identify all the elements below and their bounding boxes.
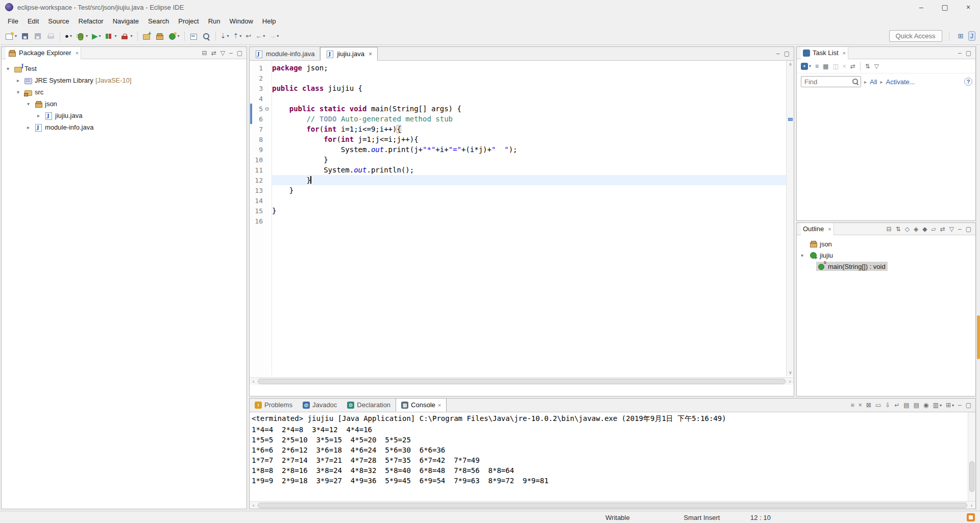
minimize-button[interactable]: – <box>957 49 963 57</box>
code-line[interactable]: package json; <box>272 63 786 73</box>
scroll-down-icon[interactable]: ∨ <box>787 369 794 376</box>
outline-item-main-string-void[interactable]: main(String[]) : void <box>797 261 975 272</box>
quick-access-button[interactable]: Quick Access <box>889 30 942 42</box>
editor-code-area[interactable]: package json;public class jiujiu { publi… <box>272 61 786 376</box>
tree-item-src[interactable]: ▾src <box>2 86 247 98</box>
console-vertical-scrollbar[interactable] <box>968 412 975 501</box>
java-perspective-button[interactable]: J <box>968 31 976 41</box>
tab-problems[interactable]: !Problems <box>250 398 298 412</box>
link-with-editor-button[interactable]: ⇄ <box>849 63 857 70</box>
expander-icon[interactable]: ▸ <box>17 78 24 83</box>
editor-tab-jiujiu-java[interactable]: jiujiu.java× <box>320 47 378 61</box>
remove-launch-button[interactable]: × <box>857 402 864 409</box>
scroll-left-icon[interactable]: ‹ <box>250 378 257 385</box>
expander-icon[interactable]: ▾ <box>27 101 34 107</box>
tab-declaration[interactable]: DDeclaration <box>342 398 396 412</box>
scrollbar-thumb[interactable] <box>969 461 974 492</box>
maximize-button[interactable]: ▢ <box>964 226 973 233</box>
scroll-right-icon[interactable]: › <box>786 378 794 385</box>
last-edit-location-button[interactable]: ↩ <box>244 32 253 40</box>
delete-button[interactable]: × <box>841 63 848 70</box>
maximize-button[interactable]: ▢ <box>782 50 791 57</box>
display-selected-console-button[interactable]: ▥▾ <box>932 402 943 409</box>
code-line[interactable] <box>272 73 786 83</box>
filter-completed-button[interactable]: ◫ <box>831 63 840 70</box>
back-button[interactable]: ←▾ <box>254 32 266 40</box>
show-stdout-button[interactable]: ▤ <box>902 402 911 409</box>
word-wrap-button[interactable]: ↵ <box>893 402 901 409</box>
scroll-lock-button[interactable]: ⇩ <box>884 402 892 409</box>
record-button[interactable]: ●▾ <box>63 32 74 40</box>
debug-button[interactable]: ▾ <box>75 31 89 41</box>
hide-static-members-button[interactable]: ◈ <box>912 226 920 233</box>
expander-icon[interactable]: ▾ <box>801 253 808 258</box>
window-edge-scrollbar[interactable] <box>976 45 980 511</box>
notification-icon[interactable] <box>967 513 975 521</box>
close-tab-icon[interactable]: × <box>369 51 372 58</box>
minimize-button[interactable]: – <box>228 49 234 57</box>
expander-icon[interactable]: ▾ <box>7 66 14 71</box>
menu-project[interactable]: Project <box>174 15 203 27</box>
menu-refactor[interactable]: Refactor <box>74 15 108 27</box>
minimize-button[interactable]: – <box>957 226 963 233</box>
view-menu-button[interactable]: ▽ <box>219 49 227 57</box>
maximize-button[interactable]: ▢ <box>964 402 973 409</box>
clear-console-button[interactable]: ▭ <box>874 402 883 409</box>
menu-search[interactable]: Search <box>143 15 174 27</box>
tree-item-jiujiu-java[interactable]: ▸jiujiu.java <box>2 110 247 121</box>
forward-button[interactable]: →▾ <box>267 32 280 40</box>
code-line[interactable]: for(int i=1;i<=9;i++){ <box>272 124 786 134</box>
code-line[interactable]: } <box>272 185 786 195</box>
outline-tab[interactable]: Outline × <box>801 223 834 235</box>
run-button[interactable]: ▶▾ <box>90 31 103 41</box>
code-line[interactable]: System.out.println(); <box>272 165 786 175</box>
minimize-button[interactable]: – <box>775 50 781 57</box>
code-line[interactable]: } <box>272 175 786 185</box>
code-line[interactable]: public static void main(String[] args) { <box>272 104 786 114</box>
minimize-window-button[interactable]: – <box>910 0 933 14</box>
external-tools-button[interactable]: ▾ <box>119 31 134 41</box>
tab-console[interactable]: ▥Console× <box>396 398 447 412</box>
coverage-button[interactable]: ▾ <box>103 31 118 41</box>
scrollbar-thumb[interactable] <box>977 315 980 359</box>
save-all-button[interactable] <box>32 31 44 41</box>
tree-item-json[interactable]: ▾json <box>2 98 247 110</box>
open-perspective-button[interactable]: ⊞ <box>957 32 965 40</box>
activate-link[interactable]: Activate... <box>886 78 915 86</box>
package-explorer-tab[interactable]: Package Explorer × <box>6 47 81 59</box>
new-task-button[interactable]: +▾ <box>799 62 813 70</box>
menu-navigate[interactable]: Navigate <box>108 15 143 27</box>
save-button[interactable] <box>19 31 31 41</box>
tree-item-test[interactable]: ▾Test <box>2 63 247 74</box>
previous-annotation-button[interactable]: ⇡▾ <box>231 32 243 40</box>
link-with-editor-button[interactable]: ⇄ <box>939 226 947 233</box>
outline-item-json[interactable]: json <box>797 238 975 250</box>
menu-window[interactable]: Window <box>225 15 258 27</box>
close-tab-icon[interactable]: × <box>438 402 441 408</box>
filter-all-link[interactable]: All <box>870 78 877 86</box>
menu-run[interactable]: Run <box>204 15 225 27</box>
task-list-tab[interactable]: Task List × <box>801 47 848 59</box>
code-line[interactable]: public class jiujiu { <box>272 83 786 93</box>
scroll-right-icon[interactable]: › <box>968 502 975 509</box>
categorized-button[interactable]: ≡ <box>814 63 820 70</box>
menu-help[interactable]: Help <box>258 15 281 27</box>
menu-edit[interactable]: Edit <box>23 15 43 27</box>
help-icon[interactable]: ? <box>964 78 972 86</box>
minimize-button[interactable]: – <box>957 402 963 409</box>
link-with-editor-button[interactable]: ⇄ <box>210 49 218 57</box>
tree-item-jre-system-library[interactable]: ▸JRE System Library[JavaSE-10] <box>2 74 247 86</box>
synchronize-button[interactable]: ⇅ <box>864 63 872 70</box>
open-console-button[interactable]: ⊞▾ <box>944 402 955 409</box>
scrollbar-thumb[interactable] <box>258 503 967 508</box>
code-line[interactable]: for(int j=1;j<=i;j++){ <box>272 134 786 144</box>
view-menu-button[interactable]: ▽ <box>873 63 880 70</box>
terminate-button[interactable]: ■ <box>849 402 856 409</box>
expander-icon[interactable]: ▸ <box>37 113 44 118</box>
editor-vertical-scrollbar[interactable]: ∧ ∨ <box>786 61 794 376</box>
collapse-all-button[interactable]: ⊟ <box>885 226 893 233</box>
hide-non-public-members-button[interactable]: ◆ <box>921 226 928 233</box>
code-line[interactable] <box>272 93 786 104</box>
sort-button[interactable]: ⇅ <box>894 226 902 233</box>
fold-marker-icon[interactable]: ⊖ <box>263 106 271 112</box>
